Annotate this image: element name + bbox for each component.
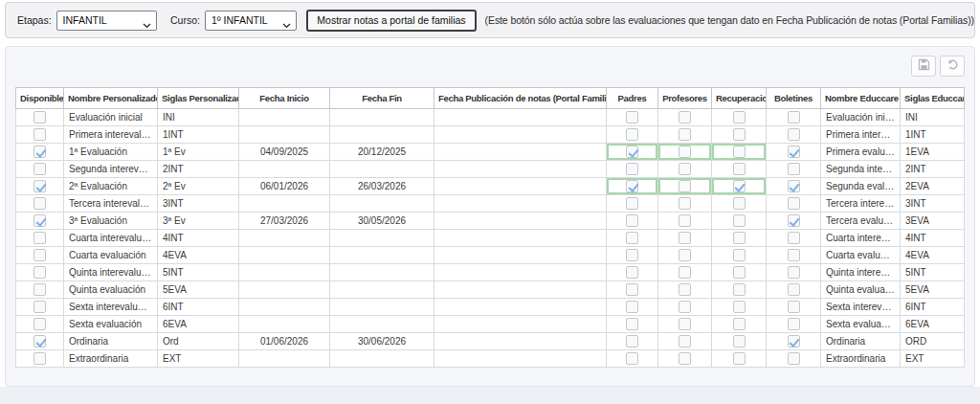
cell-fecha-fin[interactable]: 30/05/2026 — [330, 213, 434, 230]
profesores-checkbox[interactable] — [679, 283, 691, 296]
cell-siglas-personalizado[interactable]: INI — [158, 109, 239, 126]
cell-fecha-fin[interactable]: 30/06/2026 — [330, 333, 434, 350]
recuperacion-checkbox[interactable] — [733, 249, 746, 261]
cell-siglas-personalizado[interactable]: 5INT — [158, 264, 239, 281]
recuperacion-checkbox[interactable] — [733, 283, 746, 296]
recuperacion-checkbox[interactable] — [733, 180, 746, 192]
cell-siglas-personalizado[interactable]: 1INT — [158, 126, 239, 144]
boletines-checkbox[interactable] — [788, 146, 800, 158]
disponible-checkbox[interactable] — [33, 214, 46, 227]
cell-fecha-fin[interactable] — [330, 350, 434, 368]
cell-nombre-personalizado[interactable]: 2ª Evaluación — [64, 178, 158, 195]
cell-fecha-publicacion[interactable] — [434, 299, 607, 316]
padres-checkbox[interactable] — [626, 352, 638, 365]
cell-fecha-fin[interactable] — [330, 109, 434, 126]
disponible-checkbox[interactable] — [33, 180, 46, 192]
cell-fecha-publicacion[interactable] — [434, 281, 607, 299]
cell-fecha-inicio[interactable] — [239, 230, 330, 247]
cell-fecha-fin[interactable] — [330, 316, 434, 333]
cell-fecha-fin[interactable] — [330, 126, 434, 144]
recuperacion-checkbox[interactable] — [733, 266, 746, 279]
disponible-checkbox[interactable] — [33, 163, 46, 175]
cell-nombre-personalizado[interactable]: Sexta interevaluación — [64, 299, 158, 316]
padres-checkbox[interactable] — [626, 318, 638, 330]
cell-fecha-inicio[interactable] — [239, 126, 330, 144]
padres-checkbox[interactable] — [626, 214, 638, 227]
boletines-checkbox[interactable] — [788, 335, 800, 348]
cell-fecha-inicio[interactable] — [239, 161, 330, 178]
profesores-checkbox[interactable] — [679, 232, 691, 244]
cell-fecha-fin[interactable]: 26/03/2026 — [330, 178, 434, 195]
padres-checkbox[interactable] — [626, 146, 638, 158]
padres-checkbox[interactable] — [626, 335, 638, 348]
recuperacion-checkbox[interactable] — [733, 232, 746, 244]
cell-siglas-personalizado[interactable]: 5EVA — [158, 281, 239, 299]
boletines-checkbox[interactable] — [788, 232, 800, 244]
cell-fecha-inicio[interactable] — [239, 316, 330, 333]
cell-fecha-inicio[interactable] — [239, 264, 330, 281]
cell-siglas-personalizado[interactable]: 4EVA — [158, 247, 239, 264]
profesores-checkbox[interactable] — [679, 352, 691, 365]
cell-fecha-fin[interactable]: 20/12/2025 — [330, 144, 434, 161]
cell-fecha-publicacion[interactable] — [434, 109, 607, 126]
cell-nombre-personalizado[interactable]: Segunda interevaluación — [64, 161, 158, 178]
cell-fecha-publicacion[interactable] — [434, 316, 607, 333]
boletines-checkbox[interactable] — [788, 352, 800, 365]
cell-siglas-personalizado[interactable]: 6EVA — [158, 316, 239, 333]
cell-fecha-inicio[interactable]: 27/03/2026 — [239, 213, 330, 230]
disponible-checkbox[interactable] — [33, 111, 46, 123]
cell-fecha-publicacion[interactable] — [434, 144, 607, 161]
recuperacion-checkbox[interactable] — [733, 128, 746, 141]
cell-fecha-fin[interactable] — [330, 264, 434, 281]
cell-nombre-personalizado[interactable]: Evaluación inicial — [64, 109, 158, 126]
cell-fecha-publicacion[interactable] — [434, 213, 607, 230]
cell-siglas-personalizado[interactable]: 2ª Ev — [158, 178, 239, 195]
profesores-checkbox[interactable] — [679, 180, 691, 192]
profesores-checkbox[interactable] — [679, 301, 691, 313]
padres-checkbox[interactable] — [626, 128, 638, 141]
recuperacion-checkbox[interactable] — [733, 111, 746, 123]
cell-fecha-publicacion[interactable] — [434, 247, 607, 264]
cell-fecha-publicacion[interactable] — [434, 126, 607, 144]
etapas-select[interactable]: INFANTIL — [56, 11, 157, 31]
cell-fecha-publicacion[interactable] — [434, 178, 607, 195]
cell-fecha-fin[interactable] — [330, 230, 434, 247]
cell-fecha-fin[interactable] — [330, 247, 434, 264]
profesores-checkbox[interactable] — [679, 163, 691, 175]
profesores-checkbox[interactable] — [679, 146, 691, 158]
disponible-checkbox[interactable] — [33, 232, 46, 244]
boletines-checkbox[interactable] — [788, 249, 800, 261]
cell-siglas-personalizado[interactable]: 2INT — [158, 161, 239, 178]
disponible-checkbox[interactable] — [33, 352, 46, 365]
padres-checkbox[interactable] — [626, 266, 638, 279]
cell-siglas-personalizado[interactable]: 6INT — [158, 299, 239, 316]
recuperacion-checkbox[interactable] — [733, 146, 746, 158]
cell-siglas-personalizado[interactable]: Ord — [158, 333, 239, 350]
cell-siglas-personalizado[interactable]: 4INT — [158, 230, 239, 247]
profesores-checkbox[interactable] — [679, 197, 691, 210]
profesores-checkbox[interactable] — [679, 335, 691, 348]
cell-fecha-inicio[interactable]: 06/01/2026 — [239, 178, 330, 195]
cell-fecha-inicio[interactable]: 04/09/2025 — [239, 144, 330, 161]
padres-checkbox[interactable] — [626, 301, 638, 313]
cell-fecha-inicio[interactable] — [239, 109, 330, 126]
padres-checkbox[interactable] — [626, 283, 638, 296]
recuperacion-checkbox[interactable] — [733, 214, 746, 227]
mostrar-notas-button[interactable]: Mostrar notas a portal de familias — [306, 10, 476, 32]
disponible-checkbox[interactable] — [33, 249, 46, 261]
disponible-checkbox[interactable] — [33, 266, 46, 279]
cell-fecha-publicacion[interactable] — [434, 350, 607, 368]
cell-siglas-personalizado[interactable]: EXT — [158, 350, 239, 368]
boletines-checkbox[interactable] — [788, 318, 800, 330]
boletines-checkbox[interactable] — [788, 266, 800, 279]
padres-checkbox[interactable] — [626, 111, 638, 123]
disponible-checkbox[interactable] — [33, 128, 46, 141]
padres-checkbox[interactable] — [626, 197, 638, 210]
profesores-checkbox[interactable] — [679, 318, 691, 330]
recuperacion-checkbox[interactable] — [733, 197, 746, 210]
boletines-checkbox[interactable] — [788, 111, 800, 123]
cell-fecha-fin[interactable] — [330, 161, 434, 178]
cell-fecha-publicacion[interactable] — [434, 333, 607, 350]
cell-fecha-inicio[interactable] — [239, 350, 330, 368]
curso-select[interactable]: 1º INFANTIL — [205, 11, 297, 31]
